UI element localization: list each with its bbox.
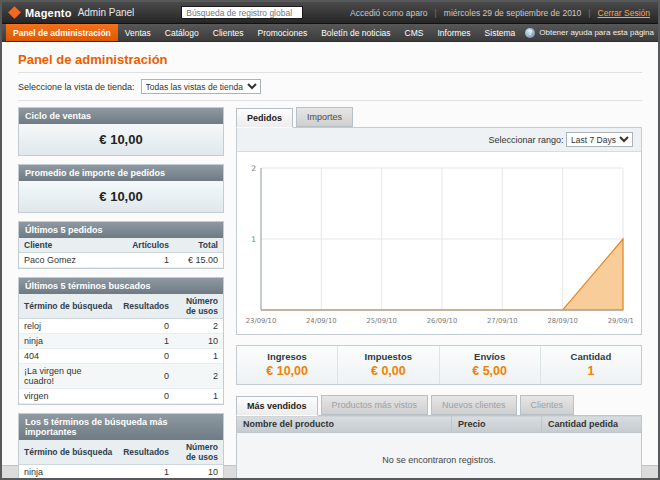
column-header: Total — [174, 238, 223, 253]
orders-chart: 1223/09/1024/09/1025/09/1026/09/1027/09/… — [243, 158, 633, 328]
bestsellers-table: Nombre del productoPrecioCantidad pedida… — [236, 415, 642, 480]
stat-impuestos: Impuestos € 0,00 — [337, 346, 438, 384]
table-row[interactable]: ¡La virgen que cuadro!02 — [19, 364, 223, 389]
help-link[interactable]: ? Obtener ayuda para esta página — [525, 24, 654, 41]
top-search-terms-panel: Los 5 términos de búsqueda más important… — [18, 413, 224, 480]
tab-mas-vendidos[interactable]: Más vendidos — [236, 396, 318, 416]
nav-item-sistema[interactable]: Sistema — [478, 24, 523, 41]
table-row[interactable]: 40401 — [19, 349, 223, 364]
top-search-terms-title: Los 5 términos de búsqueda más important… — [19, 414, 223, 440]
nav-item-informes[interactable]: Informes — [431, 24, 478, 41]
svg-text:27/09/10: 27/09/10 — [487, 317, 518, 325]
stat-envios: Envíos € 5,00 — [439, 346, 540, 384]
column-header: Número de usos — [174, 294, 223, 319]
store-view-label: Seleccione la vista de tienda: — [18, 82, 135, 92]
table-cell: virgen — [19, 389, 118, 404]
column-header: Término de búsqueda — [19, 294, 118, 319]
magento-logo-icon — [8, 6, 21, 19]
brand-name: Magento — [25, 7, 72, 19]
stat-ingresos: Ingresos € 10,00 — [237, 346, 337, 384]
store-view-select[interactable]: Todas las vistas de tienda — [141, 79, 261, 94]
table-header-row: Término de búsquedaResultadosNúmero de u… — [19, 440, 223, 465]
table-cell: ¡La virgen que cuadro! — [19, 364, 118, 389]
stat-value: € 0,00 — [338, 364, 438, 378]
column-header: Resultados — [118, 440, 174, 465]
svg-text:24/09/10: 24/09/10 — [306, 317, 337, 325]
table-cell: 1 — [118, 465, 174, 480]
products-tabs: Más vendidos Productos más vistos Nuevos… — [236, 395, 642, 415]
table-cell: 10 — [174, 334, 223, 349]
nav-item-promociones[interactable]: Promociones — [251, 24, 315, 41]
header: Magento Admin Panel Accedió como aparo |… — [2, 2, 658, 24]
nav-item-catalogo[interactable]: Catálogo — [158, 24, 206, 41]
table-cell: 0 — [118, 389, 174, 404]
header-date: miércoles 29 de septiembre de 2010 — [444, 8, 582, 18]
table-cell: 0 — [118, 364, 174, 389]
separator: | — [588, 8, 590, 18]
table-cell: ninja — [19, 334, 118, 349]
global-search-input[interactable] — [181, 6, 303, 19]
last-search-terms-table: Término de búsquedaResultadosNúmero de u… — [19, 294, 223, 404]
dashboard-content: Panel de administración Seleccione la vi… — [2, 42, 658, 466]
nav-item-cms[interactable]: CMS — [398, 24, 431, 41]
last-search-terms-panel: Últimos 5 términos buscados Término de b… — [18, 277, 224, 405]
table-cell: 1 — [174, 349, 223, 364]
top-search-terms-table: Término de búsquedaResultadosNúmero de u… — [19, 440, 223, 480]
totals-row: Ingresos € 10,00 Impuestos € 0,00 Envíos… — [236, 345, 642, 385]
tab-clientes[interactable]: Clientes — [520, 395, 575, 415]
help-globe-icon: ? — [525, 28, 535, 38]
stat-label: Ingresos — [237, 351, 337, 362]
range-bar: Seleccionar rango: Last 7 Days — [237, 128, 641, 152]
table-cell: 404 — [19, 349, 118, 364]
average-orders-value: € 10,00 — [19, 181, 223, 212]
empty-message: No se encontraron registros. — [237, 433, 642, 480]
magento-brand: Magento Admin Panel — [10, 7, 134, 19]
orders-chart-panel: Seleccionar rango: Last 7 Days 1223/09/1… — [236, 127, 642, 335]
column-header: Artículos — [125, 238, 174, 253]
last-orders-title: Últimos 5 pedidos — [19, 222, 223, 238]
table-row[interactable]: Paco Gomez1€ 15.00 — [19, 253, 223, 268]
column-header: Término de búsqueda — [19, 440, 118, 465]
store-view-row: Seleccione la vista de tienda: Todas las… — [18, 79, 642, 94]
tab-nuevos-clientes[interactable]: Nuevos clientes — [431, 395, 517, 415]
table-cell: 1 — [118, 334, 174, 349]
table-header-row: Término de búsquedaResultadosNúmero de u… — [19, 294, 223, 319]
last-orders-table: ClienteArtículosTotal Paco Gomez1€ 15.00 — [19, 238, 223, 268]
svg-text:1: 1 — [251, 235, 256, 244]
stat-value: € 10,00 — [237, 364, 337, 378]
nav-item-ventas[interactable]: Ventas — [118, 24, 158, 41]
svg-text:26/09/10: 26/09/10 — [427, 317, 458, 325]
divider — [18, 72, 642, 73]
tab-productos-mas-vistos[interactable]: Productos más vistos — [321, 395, 429, 415]
table-cell: € 15.00 — [174, 253, 223, 268]
stat-label: Envíos — [440, 351, 540, 362]
table-row[interactable]: reloj02 — [19, 319, 223, 334]
table-cell: 1 — [125, 253, 174, 268]
lifetime-sales-panel: Ciclo de ventas € 10,00 — [18, 107, 224, 156]
chart-tabs: Pedidos Importes — [236, 107, 642, 127]
table-cell: 2 — [174, 319, 223, 334]
nav-item-boletin[interactable]: Boletín de noticias — [314, 24, 397, 41]
help-label: Obtener ayuda para esta página — [539, 28, 654, 37]
tab-pedidos[interactable]: Pedidos — [236, 108, 293, 128]
svg-text:23/09/10: 23/09/10 — [246, 317, 277, 325]
table-row[interactable]: ninja110 — [19, 334, 223, 349]
header-user-area: Accedió como aparo | miércoles 29 de sep… — [350, 8, 650, 18]
nav-item-dashboard[interactable]: Panel de administración — [6, 24, 118, 41]
nav-item-clientes[interactable]: Clientes — [206, 24, 251, 41]
empty-row: No se encontraron registros. — [237, 433, 642, 480]
column-header: Precio — [452, 416, 542, 433]
tab-importes[interactable]: Importes — [296, 107, 353, 127]
lifetime-sales-title: Ciclo de ventas — [19, 108, 223, 124]
table-cell: 2 — [174, 364, 223, 389]
table-cell: 1 — [174, 389, 223, 404]
range-select[interactable]: Last 7 Days — [566, 132, 633, 147]
table-header-row: Nombre del productoPrecioCantidad pedida — [237, 416, 642, 433]
table-row[interactable]: ninja110 — [19, 465, 223, 480]
logged-in-text: Accedió como aparo — [350, 8, 428, 18]
column-header: Nombre del producto — [237, 416, 452, 433]
table-header-row: ClienteArtículosTotal — [19, 238, 223, 253]
logout-link[interactable]: Cerrar Sesión — [598, 8, 650, 18]
column-header: Resultados — [118, 294, 174, 319]
table-row[interactable]: virgen01 — [19, 389, 223, 404]
